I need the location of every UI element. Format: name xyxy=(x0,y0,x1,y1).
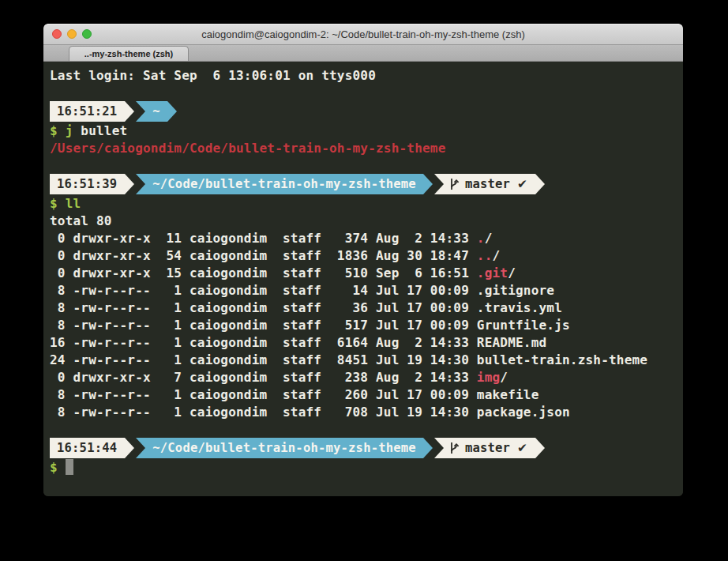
terminal-line: 0 drwxr-xr-x 11 caiogondim staff 374 Aug… xyxy=(50,229,683,247)
powerline-arrow-icon xyxy=(167,101,177,122)
prompt-line: 16:51:21~ xyxy=(50,101,683,122)
tab-bar: ..-my-zsh-theme (zsh) xyxy=(43,45,683,62)
prompt-git-segment: master✔ xyxy=(434,174,535,194)
terminal-text xyxy=(58,123,66,138)
powerline-arrow-icon xyxy=(125,174,134,194)
terminal-blank-line xyxy=(50,156,683,174)
prompt-line: 16:51:39~/Code/bullet-train-oh-my-zsh-th… xyxy=(50,174,683,194)
tab-label: ..-my-zsh-theme (zsh) xyxy=(84,49,173,58)
terminal-text: 8 -rw-r--r-- 1 caiogondim staff 14 Jul 1… xyxy=(50,283,554,298)
terminal-text: ll xyxy=(66,196,81,211)
terminal-line: 24 -rw-r--r-- 1 caiogondim staff 8451 Ju… xyxy=(50,351,683,368)
terminal-line: 8 -rw-r--r-- 1 caiogondim staff 708 Jul … xyxy=(50,403,683,420)
terminal-text: img xyxy=(477,370,501,385)
terminal-text xyxy=(58,196,66,211)
powerline-arrow-icon xyxy=(125,438,134,458)
terminal-window: caiogondim@caiogondim-2: ~/Code/bullet-t… xyxy=(43,24,683,496)
terminal-text: $ xyxy=(50,460,58,475)
zoom-button[interactable] xyxy=(82,29,92,39)
terminal-text: / xyxy=(492,248,500,263)
tab-zsh[interactable]: ..-my-zsh-theme (zsh) xyxy=(69,46,189,61)
prompt-git-segment: master✔ xyxy=(434,438,535,458)
powerline-arrow-icon xyxy=(125,101,134,122)
terminal-line: total 80 xyxy=(50,212,683,229)
terminal-text: 0 drwxr-xr-x 54 caiogondim staff 1836 Au… xyxy=(50,248,477,263)
prompt-line: 16:51:44~/Code/bullet-train-oh-my-zsh-th… xyxy=(50,438,683,458)
prompt-time-segment: 16:51:39 xyxy=(50,174,125,194)
powerline-arrow-icon xyxy=(423,174,433,194)
terminal-line: 16 -rw-r--r-- 1 caiogondim staff 6164 Au… xyxy=(50,333,683,351)
close-button[interactable] xyxy=(52,29,62,39)
powerline-arrow-icon xyxy=(535,438,545,458)
git-clean-check-icon: ✔ xyxy=(517,441,527,455)
prompt-time-segment: 16:51:21 xyxy=(50,101,125,122)
powerline-arrow-icon xyxy=(423,438,433,458)
terminal-text: 8 -rw-r--r-- 1 caiogondim staff 708 Jul … xyxy=(50,405,570,420)
git-branch-name: master xyxy=(465,177,510,191)
terminal-text: .git xyxy=(477,265,508,280)
prompt-directory-segment: ~/Code/bullet-train-oh-my-zsh-theme xyxy=(136,438,423,458)
terminal-line: 8 -rw-r--r-- 1 caiogondim staff 260 Jul … xyxy=(50,386,683,403)
terminal-text: Last login: Sat Sep 6 13:06:01 on ttys00… xyxy=(50,68,376,83)
terminal-line: 0 drwxr-xr-x 54 caiogondim staff 1836 Au… xyxy=(50,247,683,264)
terminal-content[interactable]: Last login: Sat Sep 6 13:06:01 on ttys00… xyxy=(43,62,683,496)
terminal-line: 0 drwxr-xr-x 15 caiogondim staff 510 Sep… xyxy=(50,264,683,281)
terminal-line: 8 -rw-r--r-- 1 caiogondim staff 517 Jul … xyxy=(50,316,683,333)
terminal-text: $ xyxy=(50,123,58,138)
terminal-text: / xyxy=(500,370,508,385)
prompt-time-segment: 16:51:44 xyxy=(50,438,125,458)
terminal-line: /Users/caiogondim/Code/bullet-train-oh-m… xyxy=(50,139,683,156)
window-titlebar[interactable]: caiogondim@caiogondim-2: ~/Code/bullet-t… xyxy=(43,24,683,45)
terminal-line: 8 -rw-r--r-- 1 caiogondim staff 36 Jul 1… xyxy=(50,299,683,316)
terminal-text: j xyxy=(66,123,73,138)
terminal-text: $ xyxy=(50,196,58,211)
terminal-text: /Users/caiogondim/Code/bullet-train-oh-m… xyxy=(50,141,445,156)
git-branch-name: master xyxy=(465,441,510,455)
terminal-blank-line xyxy=(50,420,683,438)
terminal-text: / xyxy=(485,231,493,246)
terminal-cursor xyxy=(66,459,73,475)
terminal-blank-line xyxy=(50,84,683,101)
minimize-button[interactable] xyxy=(67,29,77,39)
terminal-line: 0 drwxr-xr-x 7 caiogondim staff 238 Aug … xyxy=(50,368,683,386)
terminal-text: 24 -rw-r--r-- 1 caiogondim staff 8451 Ju… xyxy=(50,352,647,367)
terminal-text xyxy=(58,460,66,475)
terminal-line: $ j bullet xyxy=(50,122,683,139)
terminal-text: 8 -rw-r--r-- 1 caiogondim staff 36 Jul 1… xyxy=(50,300,562,315)
terminal-text: bullet xyxy=(73,123,128,138)
window-title: caiogondim@caiogondim-2: ~/Code/bullet-t… xyxy=(201,28,525,40)
git-clean-check-icon: ✔ xyxy=(517,177,527,191)
terminal-line: $ xyxy=(50,458,683,476)
terminal-line: Last login: Sat Sep 6 13:06:01 on ttys00… xyxy=(50,66,683,84)
terminal-line: 8 -rw-r--r-- 1 caiogondim staff 14 Jul 1… xyxy=(50,281,683,299)
terminal-text: 8 -rw-r--r-- 1 caiogondim staff 260 Jul … xyxy=(50,387,538,402)
prompt-directory-segment: ~ xyxy=(136,101,167,122)
powerline-arrow-icon xyxy=(535,174,545,194)
terminal-text: / xyxy=(508,265,516,280)
terminal-text: total 80 xyxy=(50,213,112,228)
terminal-line: $ ll xyxy=(50,194,683,212)
traffic-lights xyxy=(52,24,92,44)
terminal-text: 16 -rw-r--r-- 1 caiogondim staff 6164 Au… xyxy=(50,335,546,350)
terminal-text: .. xyxy=(477,248,493,263)
terminal-text: . xyxy=(477,231,485,246)
terminal-text: 8 -rw-r--r-- 1 caiogondim staff 517 Jul … xyxy=(50,318,570,333)
prompt-directory-segment: ~/Code/bullet-train-oh-my-zsh-theme xyxy=(136,174,423,194)
git-branch-icon xyxy=(449,441,460,455)
git-branch-icon xyxy=(449,177,460,191)
terminal-text: 0 drwxr-xr-x 15 caiogondim staff 510 Sep… xyxy=(50,265,477,280)
terminal-text: 0 drwxr-xr-x 7 caiogondim staff 238 Aug … xyxy=(50,370,477,385)
terminal-text: 0 drwxr-xr-x 11 caiogondim staff 374 Aug… xyxy=(50,231,477,246)
